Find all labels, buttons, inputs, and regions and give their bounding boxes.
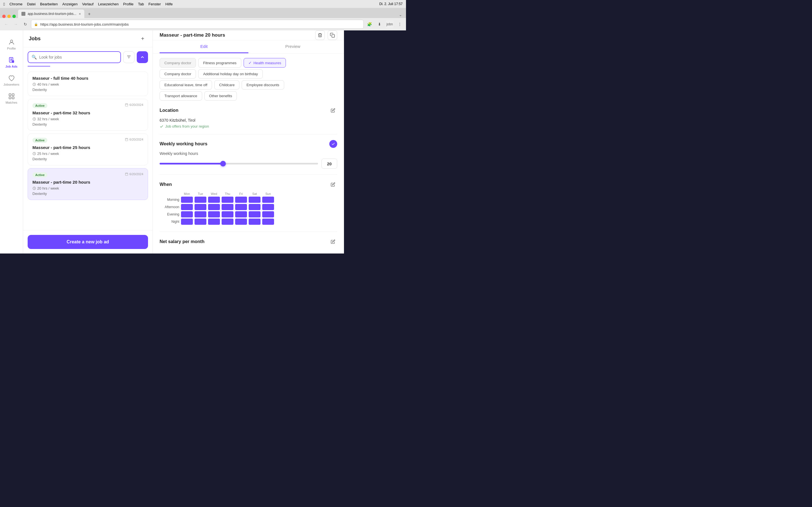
time-block[interactable] [262,204,274,210]
time-block[interactable] [249,196,260,203]
time-block[interactable] [221,211,234,217]
tab-bar: app.business.tirol-tourism-jobs... ✕ + ⌄ [0,8,406,18]
benefit-tag[interactable]: Additional holiday day on birthday [198,69,262,78]
tab-overflow-btn[interactable]: ⌄ [397,11,404,18]
clock-icon [33,82,36,86]
menu-chrome[interactable]: Chrome [9,2,22,6]
mac-menubar:  Chrome Datei Bearbeiten Anzeigen Verla… [0,0,406,8]
sidebar-item-jobseekers[interactable]: Jobseekers [2,72,21,89]
check-icon [331,142,335,146]
time-block[interactable] [195,204,206,210]
filter-btn[interactable] [123,51,135,63]
job-card[interactable]: Active 6/20/2024 Masseur - part-time 32 … [28,99,148,131]
job-date: 6/20/2024 [125,138,143,141]
menu-bearbeiten[interactable]: Bearbeiten [40,2,58,6]
copy-job-btn[interactable] [327,31,337,40]
day-label-tue: Tue [195,192,206,195]
time-block[interactable] [221,219,234,225]
menu-datei[interactable]: Datei [27,2,36,6]
when-edit-btn[interactable] [329,180,337,189]
close-window-btn[interactable] [2,15,6,18]
time-block[interactable] [235,196,247,203]
time-block[interactable] [221,204,234,210]
system-time: Di. 2. Juli 17:57 [379,2,403,6]
tab-title: app.business.tirol-tourism-jobs... [28,12,77,16]
time-block[interactable] [181,211,193,217]
menu-tab[interactable]: Tab [138,2,144,6]
add-job-btn[interactable]: + [139,35,147,43]
time-block[interactable] [249,211,260,217]
job-card-selected[interactable]: Active 6/20/2024 Masseur - part-time 20 … [28,168,148,200]
menu-hilfe[interactable]: Hilfe [165,2,173,6]
time-block[interactable] [235,219,247,225]
sort-btn[interactable] [137,51,148,63]
new-tab-btn[interactable]: + [86,10,93,18]
benefit-tag[interactable]: Fitness programmes [198,58,241,68]
time-row-night: Night [160,219,337,225]
sidebar-nav: Profile Job Ads Jobseekers [0,31,23,253]
maximize-window-btn[interactable] [12,15,16,18]
time-block[interactable] [262,196,274,203]
location-edit-btn[interactable] [329,106,337,115]
time-block[interactable] [235,211,247,217]
time-block[interactable] [208,196,220,203]
svg-rect-7 [12,94,14,96]
time-block[interactable] [262,219,274,225]
time-block[interactable] [249,219,260,225]
forward-btn[interactable]: → [12,20,20,28]
time-block[interactable] [208,219,220,225]
url-text: https://app.business.tirol-tourism-jobs.… [40,22,129,26]
back-btn[interactable]: ← [2,20,10,28]
day-labels-row: Mon Tue Wed Thu Fri Sat Sun [160,192,337,195]
browser-tab[interactable]: app.business.tirol-tourism-jobs... ✕ [18,10,84,18]
tab-preview[interactable]: Preview [248,40,337,53]
salary-edit-btn[interactable] [329,237,337,246]
menu-fenster[interactable]: Fenster [149,2,161,6]
benefit-tag[interactable]: Employee discounts [242,80,284,90]
job-hours: 25 hrs / week [33,152,143,156]
benefit-tag-selected[interactable]: ✓ Health measures [244,58,286,68]
create-job-ad-btn[interactable]: Create a new job ad [28,235,148,249]
reload-btn[interactable]: ↻ [21,20,29,28]
menu-profile[interactable]: Profile [123,2,134,6]
sidebar-item-profile[interactable]: Profile [2,36,21,53]
profile-btn[interactable]: jobn [386,20,394,28]
time-block[interactable] [181,219,193,225]
menu-lesezeichen[interactable]: Lesezeichen [98,2,119,6]
sidebar-item-jobads[interactable]: Job Ads [2,54,21,71]
tab-close-btn[interactable]: ✕ [79,12,81,15]
sidebar-item-matches[interactable]: Matches [2,90,21,107]
menu-btn[interactable]: ⋮ [396,20,404,28]
day-label-fri: Fri [235,192,247,195]
benefit-tag[interactable]: Other benefits [204,91,237,101]
tabs-row: Edit Preview [153,40,344,54]
delete-job-btn[interactable] [315,31,325,40]
benefit-tag[interactable]: Educational leave, time off [160,80,212,90]
extensions-btn[interactable]: 🧩 [365,20,373,28]
search-input[interactable] [39,55,117,59]
time-block[interactable] [195,219,206,225]
address-bar[interactable]: 🔒 https://app.business.tirol-tourism-job… [31,20,364,29]
download-btn[interactable]: ⬇ [375,20,384,28]
time-block[interactable] [262,211,274,217]
time-block[interactable] [181,196,193,203]
hours-slider[interactable] [160,163,318,165]
time-block[interactable] [235,204,247,210]
tab-edit[interactable]: Edit [160,40,248,53]
minimize-window-btn[interactable] [7,15,11,18]
time-block[interactable] [249,204,260,210]
time-block[interactable] [195,196,206,203]
benefit-tag[interactable]: Transport allowance [160,91,202,101]
benefit-tag[interactable]: Childcare [214,80,239,90]
time-block[interactable] [208,204,220,210]
benefit-tag[interactable]: Company doctor [160,58,196,68]
menu-verlauf[interactable]: Verlauf [82,2,93,6]
menu-anzeigen[interactable]: Anzeigen [62,2,78,6]
job-card[interactable]: Masseur - full time 40 hours 40 hrs / we… [28,71,148,96]
benefit-tag[interactable]: Company doctor [160,69,196,78]
time-block[interactable] [181,204,193,210]
time-block[interactable] [208,211,220,217]
job-card[interactable]: Active 6/20/2024 Masseur - part-time 25 … [28,133,148,165]
time-block[interactable] [195,211,206,217]
time-block[interactable] [221,196,234,203]
